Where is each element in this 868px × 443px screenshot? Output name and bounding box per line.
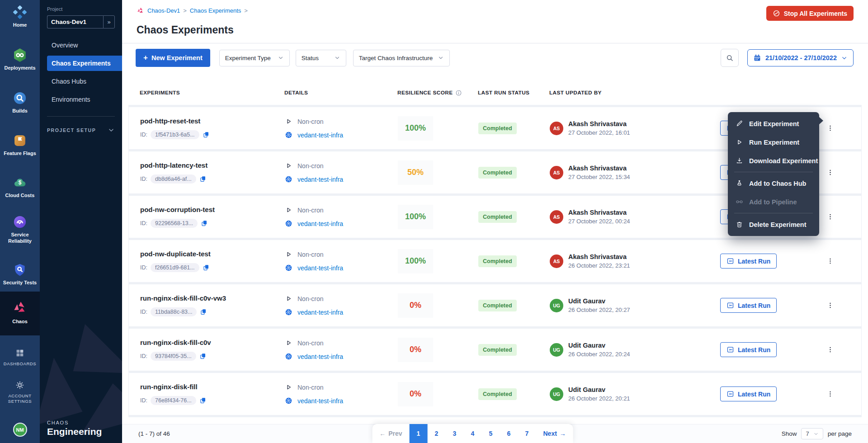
avatar: UG [550, 343, 563, 357]
target-infrastructure-filter[interactable]: Target Chaos Infrastructure [353, 50, 450, 66]
new-experiment-button[interactable]: + New Experiment [136, 49, 210, 67]
avatar: UG [550, 299, 563, 312]
next-page-button[interactable]: Next→ [536, 424, 573, 443]
pagination-range: (1 - 7) of 46 [138, 430, 170, 437]
calendar-icon [753, 54, 761, 62]
info-icon[interactable] [455, 90, 462, 96]
page-button-6[interactable]: 6 [500, 424, 518, 443]
rail-label: Builds [11, 108, 29, 114]
user-name: Akash Shrivastava [568, 165, 630, 172]
menu-item-add-to-chaos-hub[interactable]: Add to Chaos Hub [728, 174, 819, 193]
page-button-5[interactable]: 5 [482, 424, 500, 443]
rail-item-deployments[interactable]: Deployments [0, 48, 40, 71]
experiment-type-filter[interactable]: Experiment Type [219, 50, 290, 66]
copy-icon[interactable] [203, 264, 210, 271]
infrastructure-link[interactable]: vedant-test-infra [297, 220, 343, 227]
rail-item-security-tests[interactable]: Security Tests [0, 263, 40, 286]
page-button-1[interactable]: 1 [410, 424, 428, 443]
rail-item-service-reliability[interactable]: Service Reliability [0, 215, 40, 245]
latest-run-button[interactable]: Latest Run [720, 298, 777, 313]
module-rail: Home Deployments Builds Feature Flags Cl… [0, 0, 40, 443]
kebab-menu-icon[interactable] [825, 166, 836, 179]
sidebar-item-overview[interactable]: Overview [47, 38, 115, 53]
page-button-3[interactable]: 3 [446, 424, 464, 443]
experiment-name: pod-http-latency-test [140, 161, 285, 169]
status-badge: Completed [478, 344, 517, 356]
search-button[interactable] [721, 49, 739, 67]
kebab-menu-icon[interactable] [825, 211, 836, 223]
column-last-updated-by: LAST UPDATED BY [549, 90, 720, 96]
resilience-score: 50% [398, 160, 433, 185]
play-outline-icon [285, 383, 292, 391]
copy-icon[interactable] [201, 220, 208, 227]
kebab-menu-icon[interactable] [825, 388, 836, 400]
infrastructure-link[interactable]: vedant-test-infra [297, 397, 343, 405]
rail-item-account-settings[interactable]: ACCOUNT SETTINGS [0, 380, 40, 404]
menu-item-delete-experiment[interactable]: Delete Experiment [728, 215, 819, 234]
project-name-input[interactable] [47, 15, 103, 28]
breadcrumb: Chaos-Dev1 > Chaos Experiments > [137, 6, 248, 14]
infrastructure-link[interactable]: vedant-test-infra [297, 176, 343, 183]
prev-page-button[interactable]: ←Prev [372, 424, 409, 443]
sidebar-item-environments[interactable]: Environments [47, 92, 115, 107]
copy-icon[interactable] [200, 308, 207, 316]
copy-icon[interactable] [199, 397, 207, 404]
infrastructure-link[interactable]: vedant-test-infra [297, 309, 343, 316]
project-setup-toggle[interactable]: PROJECT SETUP [47, 127, 115, 134]
infrastructure-link[interactable]: vedant-test-infra [297, 132, 343, 139]
status-badge: Completed [478, 211, 517, 223]
home-icon [13, 5, 27, 19]
kebab-menu-icon[interactable] [825, 344, 836, 356]
experiment-name: run-nginx-disk-fill-c0v [140, 339, 285, 346]
breadcrumb-link-project[interactable]: Chaos-Dev1 [147, 7, 180, 14]
kebab-menu-icon[interactable] [825, 299, 836, 311]
kebab-menu-icon[interactable] [825, 255, 836, 267]
page-button-7[interactable]: 7 [518, 424, 536, 443]
date-range-picker[interactable]: 21/10/2022 - 27/10/2022 [747, 49, 854, 66]
rail-item-dashboards[interactable]: DASHBOARDS [0, 348, 40, 367]
infrastructure-link[interactable]: vedant-test-infra [297, 353, 343, 360]
rail-item-feature-flags[interactable]: Feature Flags [0, 134, 40, 157]
rail-item-builds[interactable]: Builds [0, 91, 40, 114]
project-nav: Overview Chaos Experiments Chaos Hubs En… [47, 38, 115, 107]
rail-item-home[interactable]: Home [0, 5, 40, 28]
experiment-name: run-nginx-disk-fill-c0v-vw3 [140, 294, 285, 302]
user-name: Udit Gaurav [568, 297, 630, 305]
service-reliability-icon [13, 215, 27, 229]
rail-item-cloud-costs[interactable]: Cloud Costs [0, 176, 40, 199]
user-avatar[interactable]: NM [13, 423, 27, 437]
chevron-down-icon [108, 127, 115, 134]
infrastructure-link[interactable]: vedant-test-infra [297, 264, 343, 272]
latest-run-button[interactable]: Latest Run [720, 254, 777, 269]
avatar: AS [550, 254, 563, 268]
project-selector: » [47, 15, 115, 28]
menu-item-edit-experiment[interactable]: Edit Experiment [728, 114, 819, 133]
stop-icon [773, 9, 780, 17]
status-filter[interactable]: Status [296, 50, 346, 66]
column-last-run-status: LAST RUN STATUS [478, 90, 549, 96]
security-tests-icon [13, 263, 27, 277]
menu-item-run-experiment[interactable]: Run Experiment [728, 133, 819, 151]
kubernetes-icon [285, 175, 292, 183]
copy-icon[interactable] [199, 353, 207, 360]
menu-item-download-experiment[interactable]: Download Experiment [728, 151, 819, 170]
page-button-4[interactable]: 4 [464, 424, 482, 443]
sidebar-item-chaos-hubs[interactable]: Chaos Hubs [47, 74, 115, 89]
copy-icon[interactable] [203, 131, 210, 138]
resilience-score: 100% [398, 116, 433, 141]
project-expand-button[interactable]: » [103, 15, 115, 28]
page-size-select[interactable]: 7 [801, 428, 823, 439]
copy-icon[interactable] [199, 175, 207, 183]
page-button-2[interactable]: 2 [428, 424, 446, 443]
page-title: Chaos Experiments [122, 21, 868, 36]
latest-run-button[interactable]: Latest Run [720, 386, 777, 401]
cloud-costs-icon [13, 176, 27, 189]
rail-item-chaos-active[interactable]: Chaos [0, 292, 40, 335]
breadcrumb-link-chaos-experiments[interactable]: Chaos Experiments [190, 7, 241, 14]
status-badge: Completed [478, 255, 517, 267]
latest-run-button[interactable]: Latest Run [720, 342, 777, 357]
stop-all-experiments-button[interactable]: Stop All Experiments [766, 6, 854, 21]
trash-icon [736, 221, 743, 228]
sidebar-item-chaos-experiments[interactable]: Chaos Experiments [47, 56, 122, 71]
kebab-menu-icon[interactable] [825, 122, 836, 134]
